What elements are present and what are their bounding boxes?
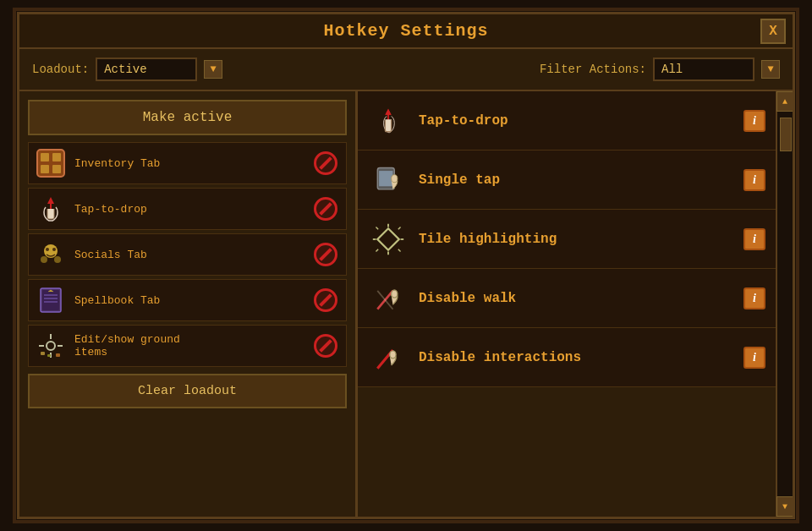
svg-rect-4: [52, 165, 61, 173]
svg-point-37: [392, 290, 398, 298]
tap-drop-icon: [36, 194, 66, 224]
right-section: Tap-to-drop i: [358, 91, 793, 517]
svg-point-19: [47, 342, 55, 350]
svg-point-39: [390, 350, 396, 358]
make-active-button[interactable]: Make active: [28, 100, 347, 135]
info-button[interactable]: i: [743, 169, 765, 191]
item-label: Edit/show ground items: [74, 333, 304, 359]
socials-icon: [36, 239, 66, 270]
svg-rect-22: [56, 353, 60, 357]
right-panel: Tap-to-drop i: [358, 91, 776, 517]
scroll-thumb[interactable]: [780, 118, 792, 151]
svg-rect-3: [41, 165, 49, 173]
action-label: Disable interactions: [419, 350, 733, 365]
disable-walk-action-icon: [368, 278, 409, 319]
loadout-arrow[interactable]: ▼: [204, 60, 222, 79]
action-list: Tap-to-drop i: [358, 91, 776, 517]
clear-loadout-button[interactable]: Clear loadout: [28, 374, 347, 408]
list-item: Inventory Tab: [28, 142, 347, 184]
left-panel: Make active Inventory Tab: [19, 91, 358, 517]
svg-point-6: [46, 248, 49, 251]
svg-rect-20: [41, 352, 45, 355]
controls-row: Loadout: Active ▼ Filter Actions: All ▼: [19, 49, 793, 91]
item-label: Socials Tab: [74, 249, 304, 261]
disable-interact-action-icon: [368, 337, 409, 378]
list-item: Disable walk i: [358, 269, 776, 328]
list-item: Single tap i: [358, 151, 776, 210]
single-tap-action-icon: [368, 160, 409, 200]
svg-line-32: [398, 249, 401, 251]
filter-dropdown[interactable]: All: [653, 57, 754, 81]
svg-point-25: [392, 174, 398, 182]
scroll-track: [777, 112, 793, 496]
svg-marker-26: [377, 228, 398, 249]
action-label: Tap-to-drop: [419, 113, 733, 129]
spellbook-icon: [36, 285, 66, 315]
content-area: Make active Inventory Tab: [19, 91, 793, 517]
list-item: Edit/show ground items: [28, 325, 347, 367]
svg-line-34: [376, 249, 378, 251]
item-label: Tap-to-drop: [74, 203, 304, 216]
svg-rect-24: [379, 171, 392, 186]
list-item: Disable interactions i: [358, 328, 776, 387]
info-button[interactable]: i: [743, 110, 765, 132]
ground-items-icon: [36, 331, 66, 361]
filter-arrow[interactable]: ▼: [761, 60, 780, 79]
no-entry-icon: [312, 195, 339, 222]
svg-line-33: [398, 227, 401, 229]
action-label: Single tap: [419, 172, 733, 188]
outer-border: Hotkey Settings X Loadout: Active ▼ Filt…: [13, 8, 799, 523]
list-item: Spellbook Tab: [28, 279, 347, 321]
filter-value: All: [661, 63, 683, 76]
loadout-group: Loadout: Active ▼: [32, 57, 222, 81]
no-entry-icon: [312, 287, 339, 314]
list-item: Tile highlighting i: [358, 210, 776, 269]
info-button[interactable]: i: [743, 347, 765, 369]
svg-rect-21: [47, 354, 51, 357]
no-entry-icon: [312, 150, 339, 177]
loadout-value: Active: [104, 63, 146, 76]
loadout-dropdown[interactable]: Active: [96, 57, 197, 81]
action-label: Tile highlighting: [419, 232, 733, 247]
list-item: Tap-to-drop i: [358, 91, 776, 151]
tap-drop-action-icon: [368, 101, 409, 141]
svg-point-7: [52, 248, 56, 251]
no-entry-icon: [312, 332, 339, 359]
window-title: Hotkey Settings: [53, 21, 759, 41]
title-bar: Hotkey Settings X: [19, 14, 793, 49]
item-label: Inventory Tab: [74, 157, 304, 170]
no-entry-icon: [312, 241, 339, 268]
filter-group: Filter Actions: All ▼: [540, 57, 780, 81]
tile-action-icon: [368, 219, 409, 260]
inventory-icon: [36, 148, 66, 178]
scroll-down-button[interactable]: ▼: [776, 496, 793, 517]
loadout-label: Loadout:: [32, 63, 89, 76]
close-button[interactable]: X: [760, 19, 786, 44]
filter-label: Filter Actions:: [540, 63, 646, 76]
list-item: Tap-to-drop: [28, 188, 347, 230]
info-button[interactable]: i: [743, 228, 765, 250]
svg-rect-2: [52, 153, 61, 161]
svg-rect-1: [41, 153, 49, 161]
main-window: Hotkey Settings X Loadout: Active ▼ Filt…: [17, 12, 795, 519]
svg-rect-11: [42, 290, 59, 310]
svg-point-9: [54, 256, 61, 263]
action-label: Disable walk: [419, 291, 733, 306]
svg-line-31: [376, 227, 378, 229]
scroll-up-button[interactable]: ▲: [776, 91, 793, 112]
list-item: Socials Tab: [28, 233, 347, 276]
svg-point-8: [41, 256, 47, 263]
info-button[interactable]: i: [743, 287, 765, 309]
scrollbar: ▲ ▼: [776, 91, 793, 517]
item-label: Spellbook Tab: [74, 294, 304, 307]
